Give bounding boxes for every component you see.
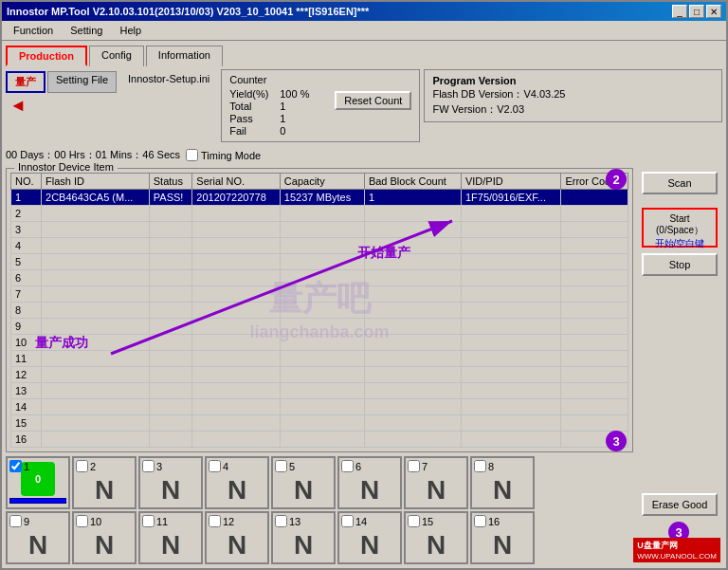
slot-3: 3N bbox=[138, 456, 203, 509]
table-row: 6 bbox=[11, 270, 628, 286]
slot-9: 9N bbox=[6, 511, 70, 564]
timing-text: 00 Days：00 Hrs：01 Mins：46 Secs bbox=[6, 148, 180, 162]
slot-checkbox-10[interactable] bbox=[76, 515, 88, 527]
sub-tabs: 量产 Setting File ◄ bbox=[6, 71, 117, 118]
slot-n-9: N bbox=[28, 532, 47, 559]
main-window: Innostor MP.Tool V2.10.03.101(2013/10/03… bbox=[0, 0, 728, 570]
table-row: 9 bbox=[11, 319, 628, 335]
slot-n-6: N bbox=[360, 477, 379, 504]
col-bad-block: Bad Block Count bbox=[364, 174, 461, 190]
col-no: NO. bbox=[11, 174, 42, 190]
left-panel: Innostor Device Item 量产吧 liangchanba.com bbox=[6, 168, 633, 564]
maximize-button[interactable]: □ bbox=[689, 5, 704, 18]
slot-7: 7N bbox=[404, 456, 468, 509]
table-row: 8 bbox=[11, 303, 628, 319]
slot-8: 8N bbox=[470, 456, 535, 509]
tabs-bar: Production Config Information bbox=[2, 41, 726, 65]
slot-checkbox-3[interactable] bbox=[142, 460, 155, 472]
slot-11: 11N bbox=[138, 511, 203, 564]
table-row: 7 bbox=[11, 286, 628, 303]
tab-information[interactable]: Information bbox=[146, 46, 223, 66]
slot-checkbox-1[interactable] bbox=[9, 460, 22, 472]
counter-box: Counter Yield(%)100 % Total1 Pass1 Fail0… bbox=[221, 69, 420, 142]
badge-circle-3: 3 bbox=[668, 522, 689, 542]
table-row: 16 bbox=[11, 432, 628, 448]
col-vid-pid: VID/PID bbox=[461, 174, 561, 190]
subtab-produce[interactable]: 量产 bbox=[6, 71, 46, 93]
slot-n-14: N bbox=[360, 532, 379, 559]
col-capacity: Capacity bbox=[280, 174, 364, 190]
slot-n-15: N bbox=[427, 532, 446, 559]
col-status: Status bbox=[149, 174, 192, 190]
table-row: 2 bbox=[11, 206, 628, 222]
slot-1: 10 bbox=[6, 456, 70, 509]
table-row: 12 bbox=[11, 367, 628, 383]
menu-function[interactable]: Function bbox=[6, 23, 61, 38]
slot-14: 14N bbox=[337, 511, 402, 564]
timing-mode-label: Timing Mode bbox=[186, 149, 261, 161]
title-bar-buttons: _ □ ✕ bbox=[672, 5, 721, 18]
slot-16: 16N bbox=[470, 511, 535, 564]
yield-value: 100 % bbox=[280, 88, 327, 100]
slot-checkbox-16[interactable] bbox=[474, 515, 486, 527]
slot-checkbox-5[interactable] bbox=[275, 460, 287, 472]
close-button[interactable]: ✕ bbox=[706, 5, 721, 18]
table-row: 10 bbox=[11, 335, 628, 351]
table-row: 11 bbox=[11, 351, 628, 367]
table-row: 12CB4643CA5 (M...PASS!20120722077815237 … bbox=[11, 190, 628, 206]
menu-setting[interactable]: Setting bbox=[63, 23, 110, 38]
version-title: Program Version bbox=[432, 75, 714, 86]
table-row: 15 bbox=[11, 415, 628, 432]
scan-button[interactable]: Scan bbox=[642, 172, 718, 194]
yield-label: Yield(%) bbox=[229, 88, 272, 100]
slot-6: 6N bbox=[337, 456, 402, 509]
slot-12: 12N bbox=[205, 511, 269, 564]
slot-progress-1 bbox=[9, 498, 66, 504]
slots-area: 102N3N4N5N6N7N8N 9N10N11N12N13N14N15N16N bbox=[6, 456, 633, 564]
exit-text: 退出 bbox=[668, 544, 691, 561]
stop-button[interactable]: Stop bbox=[642, 253, 718, 276]
total-value: 1 bbox=[280, 101, 327, 112]
table-row: 13 bbox=[11, 383, 628, 399]
start-label-en: Start (0/Space） bbox=[651, 213, 708, 237]
col-error: Error Code bbox=[561, 174, 628, 190]
slots-row-2: 9N10N11N12N13N14N15N16N bbox=[6, 511, 633, 564]
slot-checkbox-9[interactable] bbox=[9, 515, 22, 527]
subtab-setting-file[interactable]: Setting File bbox=[47, 71, 117, 93]
fail-value: 0 bbox=[280, 125, 327, 137]
slot-10: 10N bbox=[72, 511, 136, 564]
slot-checkbox-15[interactable] bbox=[408, 515, 420, 527]
slot-checkbox-8[interactable] bbox=[474, 460, 486, 472]
slot-5: 5N bbox=[271, 456, 336, 509]
slot-checkbox-14[interactable] bbox=[341, 515, 354, 527]
menu-help[interactable]: Help bbox=[112, 23, 149, 38]
slot-checkbox-2[interactable] bbox=[76, 460, 88, 472]
tab-config[interactable]: Config bbox=[89, 46, 144, 66]
erase-good-button[interactable]: Erase Good bbox=[642, 493, 718, 516]
slot-n-5: N bbox=[294, 477, 313, 504]
fw-version: FW Version：V2.03 bbox=[432, 102, 714, 117]
slot-checkbox-13[interactable] bbox=[275, 515, 287, 527]
config-file-label: Innostor-Setup.ini bbox=[120, 69, 217, 88]
slot-checkbox-4[interactable] bbox=[209, 460, 221, 472]
device-group: Innostor Device Item 量产吧 liangchanba.com bbox=[6, 168, 633, 452]
slot-checkbox-7[interactable] bbox=[408, 460, 420, 472]
right-panel: Scan Start (0/Space） 开始/空白键 Stop Erase G… bbox=[637, 168, 722, 564]
badge-3-area: 3 退出 bbox=[668, 522, 691, 561]
window-title: Innostor MP.Tool V2.10.03.101(2013/10/03… bbox=[7, 6, 369, 17]
reset-count-button[interactable]: Reset Count bbox=[335, 91, 411, 110]
main-area: Innostor Device Item 量产吧 liangchanba.com bbox=[6, 168, 722, 564]
tab-production[interactable]: Production bbox=[6, 46, 87, 66]
slot-checkbox-12[interactable] bbox=[209, 515, 221, 527]
slots-row-1: 102N3N4N5N6N7N8N bbox=[6, 456, 633, 509]
start-label-cn: 开始/空白键 bbox=[651, 237, 708, 250]
table-row: 5 bbox=[11, 254, 628, 270]
slot-n-10: N bbox=[95, 532, 114, 559]
slot-checkbox-6[interactable] bbox=[341, 460, 354, 472]
start-button[interactable]: Start (0/Space） 开始/空白键 bbox=[642, 208, 718, 248]
timing-mode-checkbox[interactable] bbox=[186, 149, 198, 161]
minimize-button[interactable]: _ bbox=[672, 5, 687, 18]
slot-checkbox-11[interactable] bbox=[142, 515, 155, 527]
arrow-icon: ◄ bbox=[6, 94, 117, 118]
menu-bar: Function Setting Help bbox=[2, 21, 726, 41]
